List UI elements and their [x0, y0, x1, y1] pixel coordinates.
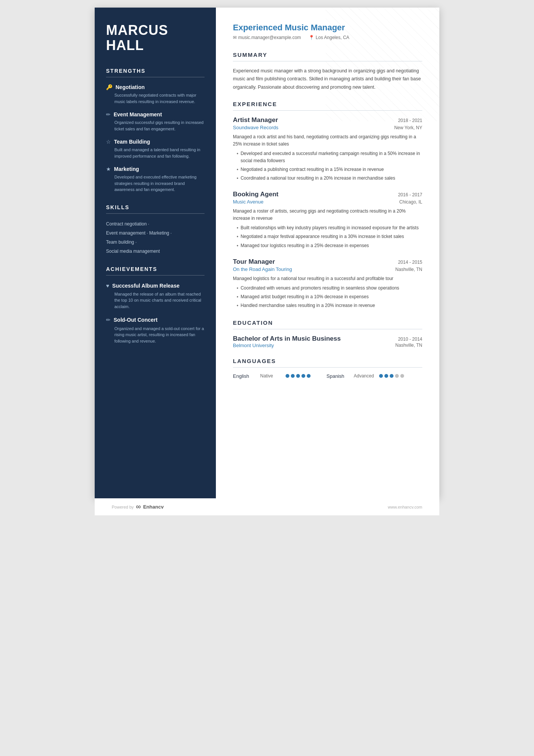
exp3-bullet-1: Coordinated with venues and promoters re…	[237, 285, 422, 292]
experience-section-title: EXPERIENCE	[233, 101, 422, 107]
lang-english-name: English	[233, 373, 256, 379]
concert-title: Sold-Out Concert	[114, 316, 158, 323]
event-mgmt-icon: ✏	[106, 111, 111, 117]
skills-section-title: SKILLS	[106, 204, 205, 210]
exp1-dates: 2018 - 2021	[398, 118, 422, 123]
enhancv-brand: Enhancv	[143, 504, 164, 510]
team-building-desc: Built and managed a talented band result…	[106, 147, 205, 159]
experience-booking-agent: Booking Agent 2016 - 2017 Music Avenue C…	[233, 191, 422, 250]
location-text: Los Angeles, CA	[316, 35, 350, 40]
edu-degree: Bachelor of Arts in Music Business	[233, 335, 341, 343]
summary-text: Experienced music manager with a strong …	[233, 67, 422, 91]
exp3-bullet-3: Handled merchandise sales resulting in a…	[237, 302, 422, 310]
dot	[301, 374, 305, 378]
location-contact: 📍 Los Angeles, CA	[309, 35, 350, 40]
enhancv-logo-icon: ∞	[136, 503, 141, 511]
negotiation-icon: 🔑	[106, 84, 112, 90]
dot	[296, 374, 300, 378]
job-title: Experienced Music Manager	[233, 23, 422, 33]
strengths-list: 🔑 Negotiation Successfully negotiated co…	[106, 84, 205, 193]
email-contact: ✉ music.manager@example.com	[233, 35, 301, 40]
exp2-bullets: Built relationships with key industry pl…	[233, 224, 422, 250]
exp2-title: Booking Agent	[233, 191, 278, 198]
dot	[390, 374, 393, 378]
achievements-section-title: ACHIEVEMENTS	[106, 266, 205, 272]
education-item: Bachelor of Arts in Music Business 2010 …	[233, 335, 422, 348]
concert-icon: ✏	[106, 317, 111, 323]
marketing-icon: ★	[106, 166, 111, 172]
experience-tour-manager: Tour Manager 2014 - 2015 On the Road Aga…	[233, 258, 422, 310]
strength-event-management: ✏ Event Management Organized successful …	[106, 111, 205, 132]
dot	[384, 374, 388, 378]
exp3-company: On the Road Again Touring	[233, 266, 292, 272]
strength-marketing: ★ Marketing Developed and executed effec…	[106, 166, 205, 193]
achievement-concert: ✏ Sold-Out Concert Organized and managed…	[106, 316, 205, 344]
marketing-desc: Developed and executed effective marketi…	[106, 174, 205, 193]
footer-url: www.enhancv.com	[388, 505, 422, 509]
concert-desc: Organized and managed a sold-out concert…	[106, 326, 205, 344]
footer-left: Powered by ∞ Enhancv	[112, 503, 164, 511]
negotiation-desc: Successfully negotiated contracts with m…	[106, 92, 205, 105]
edu-dates: 2010 - 2014	[398, 337, 422, 342]
album-title: Successful Album Release	[112, 282, 180, 289]
summary-section-title: SUMMARY	[233, 52, 422, 58]
marketing-title: Marketing	[114, 166, 139, 172]
dot	[291, 374, 295, 378]
event-mgmt-title: Event Management	[114, 111, 162, 117]
skill-event-marketing: Event management · Marketing ·	[106, 230, 205, 236]
exp2-bullet-1: Built relationships with key industry pl…	[237, 224, 422, 232]
edu-location: Nashville, TN	[395, 343, 422, 348]
email-icon: ✉	[233, 35, 237, 40]
album-icon: ♥	[106, 283, 109, 289]
strengths-divider	[106, 77, 205, 77]
strengths-section-title: STRENGTHS	[106, 68, 205, 74]
exp1-bullet-2: Negotiated a publishing contract resulti…	[237, 166, 422, 174]
team-building-title: Team Building	[114, 139, 150, 145]
skill-team: Team building ·	[106, 239, 205, 246]
exp1-company: Soundwave Records	[233, 125, 278, 130]
email-text: music.manager@example.com	[238, 35, 301, 40]
achievement-album: ♥ Successful Album Release Managed the r…	[106, 282, 205, 310]
location-icon: 📍	[309, 35, 314, 40]
exp3-title: Tour Manager	[233, 258, 275, 266]
languages-divider	[233, 367, 422, 368]
strength-negotiation: 🔑 Negotiation Successfully negotiated co…	[106, 84, 205, 105]
exp3-dates: 2014 - 2015	[398, 260, 422, 265]
exp2-location: Chicago, IL	[399, 199, 422, 205]
dot	[307, 374, 311, 378]
languages-row: English Native Spanish Advanced	[233, 373, 422, 379]
lang-english-dots	[286, 374, 311, 378]
exp1-desc: Managed a rock artist and his band, nego…	[233, 133, 422, 148]
team-building-icon: ☆	[106, 139, 111, 145]
exp1-location: New York, NY	[394, 125, 422, 130]
dot	[400, 374, 404, 378]
exp1-title: Artist Manager	[233, 116, 278, 124]
exp1-bullets: Developed and executed a successful mark…	[233, 150, 422, 182]
skill-social: Social media management	[106, 248, 205, 255]
lang-spanish-name: Spanish	[326, 373, 349, 379]
lang-english-level: Native	[260, 373, 281, 379]
experience-artist-manager: Artist Manager 2018 - 2021 Soundwave Rec…	[233, 116, 422, 182]
exp3-location: Nashville, TN	[395, 267, 422, 272]
education-divider	[233, 329, 422, 329]
exp2-company: Music Avenue	[233, 199, 264, 205]
dot	[379, 374, 383, 378]
contact-info: ✉ music.manager@example.com 📍 Los Angele…	[233, 35, 422, 40]
skills-divider	[106, 213, 205, 214]
lang-spanish-level: Advanced	[354, 373, 375, 379]
exp2-bullet-2: Negotiated a major festival appearance r…	[237, 233, 422, 241]
resume-container: MARCUS HALL STRENGTHS 🔑 Negotiation Succ…	[95, 8, 439, 498]
achievements-divider	[106, 275, 205, 275]
summary-divider	[233, 61, 422, 61]
exp1-bullet-1: Developed and executed a successful mark…	[237, 150, 422, 164]
applicant-name: MARCUS HALL	[106, 23, 205, 53]
lang-spanish-dots	[379, 374, 404, 378]
languages-section-title: LANGUAGES	[233, 358, 422, 364]
exp1-bullet-3: Coordinated a national tour resulting in…	[237, 175, 422, 182]
sidebar: MARCUS HALL STRENGTHS 🔑 Negotiation Succ…	[95, 8, 216, 498]
education-section-title: EDUCATION	[233, 319, 422, 326]
exp2-bullet-3: Managed tour logistics resulting in a 25…	[237, 242, 422, 250]
powered-by-label: Powered by	[112, 505, 134, 509]
edu-school: Belmont University	[233, 343, 274, 348]
album-desc: Managed the release of an album that rea…	[106, 291, 205, 310]
